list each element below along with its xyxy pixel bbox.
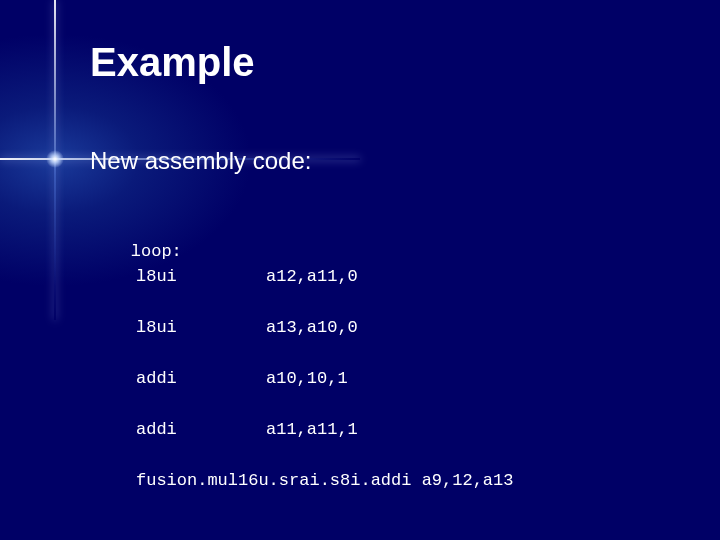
mnemonic: fusion.mul16u.srai.s8i.addi [136,471,411,490]
operands: a10,10,1 [266,369,348,388]
operands: a9,12,a13 [422,471,514,490]
mnemonic: l8ui [136,264,266,290]
slide-subtitle: New assembly code: [90,147,680,175]
operands: a11,a11,1 [266,420,358,439]
mnemonic: l8ui [136,315,266,341]
code-label: loop: [131,242,182,261]
code-line: addia10,10,1 [90,366,680,392]
code-line: l8uia13,a10,0 [90,315,680,341]
code-line: addia11,a11,1 [90,417,680,443]
operands: a12,a11,0 [266,267,358,286]
code-line: l8uia12,a11,0 [90,264,680,290]
slide-title: Example [90,40,680,85]
assembly-code-block: loop: l8uia12,a11,0 l8uia13,a10,0 addia1… [90,213,680,540]
slide-content: Example New assembly code: loop: l8uia12… [90,40,680,540]
lens-flare-core [46,150,64,168]
operands: a13,a10,0 [266,318,358,337]
mnemonic: addi [136,366,266,392]
mnemonic: addi [136,417,266,443]
code-line: fusion.mul16u.srai.s8i.addi a9,12,a13 [90,468,680,494]
